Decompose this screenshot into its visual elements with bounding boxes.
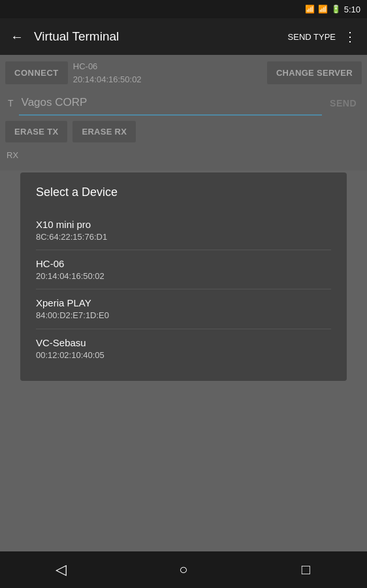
- send-type-button[interactable]: SEND TYPE: [288, 32, 336, 42]
- bluetooth-icon: 📶: [305, 5, 315, 14]
- device-mac-2: 84:00:D2:E7:1D:E0: [36, 310, 331, 321]
- device-item-2[interactable]: Xperia PLAY 84:00:D2:E7:1D:E0: [36, 289, 331, 329]
- bottom-nav: ◁ ○ □: [0, 551, 367, 588]
- device-mac-1: 20:14:04:16:50:02: [36, 270, 331, 282]
- device-mac-0: 8C:64:22:15:76:D1: [36, 231, 331, 243]
- device-name-2: Xperia PLAY: [36, 296, 331, 310]
- nav-recent-icon: □: [302, 561, 310, 578]
- back-icon: ←: [10, 29, 24, 44]
- device-item-1[interactable]: HC-06 20:14:04:16:50:02: [36, 250, 331, 289]
- device-item-3[interactable]: VC-Sebasu 00:12:02:10:40:05: [36, 329, 331, 368]
- battery-icon: 🔋: [331, 5, 341, 14]
- device-mac-3: 00:12:02:10:40:05: [36, 350, 331, 361]
- select-device-dialog: Select a Device X10 mini pro 8C:64:22:15…: [20, 172, 347, 381]
- back-button[interactable]: ←: [5, 25, 29, 48]
- nav-recent-button[interactable]: □: [286, 557, 325, 583]
- more-options-button[interactable]: ⋮: [338, 25, 362, 48]
- status-time: 5:10: [344, 5, 360, 14]
- more-icon: ⋮: [343, 29, 357, 44]
- device-name-1: HC-06: [36, 257, 331, 270]
- dialog-overlay: Select a Device X10 mini pro 8C:64:22:15…: [0, 55, 367, 551]
- app-bar: ← Virtual Terminal SEND TYPE ⋮: [0, 18, 367, 55]
- device-name-0: X10 mini pro: [36, 218, 331, 231]
- app-bar-actions: SEND TYPE ⋮: [288, 25, 362, 48]
- device-item-0[interactable]: X10 mini pro 8C:64:22:15:76:D1: [36, 211, 331, 250]
- status-icons: 📶 📶 🔋 5:10: [305, 5, 360, 14]
- dialog-title: Select a Device: [36, 186, 331, 199]
- wifi-icon: 📶: [318, 5, 328, 14]
- status-bar: 📶 📶 🔋 5:10: [0, 0, 367, 18]
- app-title: Virtual Terminal: [34, 29, 288, 44]
- nav-home-button[interactable]: ○: [164, 557, 203, 583]
- nav-back-button[interactable]: ◁: [42, 557, 81, 583]
- nav-home-icon: ○: [179, 561, 187, 578]
- nav-back-icon: ◁: [56, 561, 67, 578]
- device-name-3: VC-Sebasu: [36, 336, 331, 350]
